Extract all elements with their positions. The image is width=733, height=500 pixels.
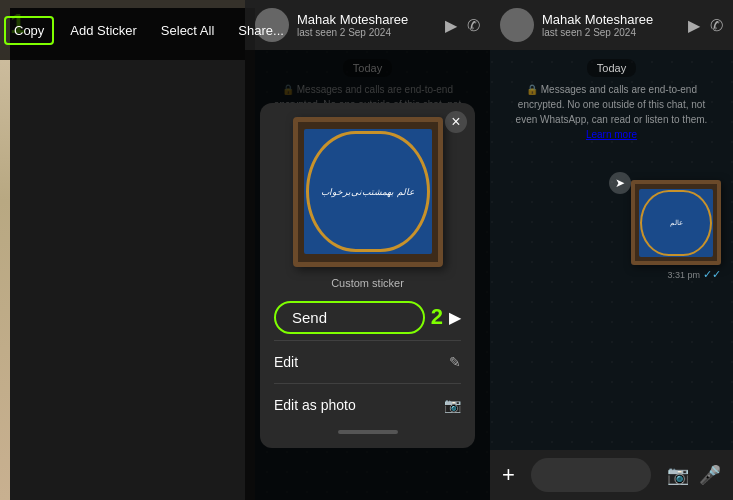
phone-icon-right[interactable]: ✆ [710,16,723,35]
header-icons-middle: ▶ ✆ [445,16,480,35]
forward-icon[interactable]: ➤ [609,172,631,194]
edit-as-photo-label: Edit as photo [274,397,356,413]
sticker-preview-inner: عالم بهمشتب‌نی‌بر‌خواب [304,129,432,254]
today-label-right: Today [490,62,733,74]
photo-icon: 📷 [444,397,461,413]
message-input[interactable] [531,458,651,492]
middle-panel: Mahak Motesharee last seen 2 Sep 2024 ▶ … [245,0,490,500]
divider1 [274,340,461,341]
sticker-preview-text: عالم بهمشتب‌نی‌بر‌خواب [321,187,414,197]
chat-body-right: Today 🔒 Messages and calls are end-to-en… [490,50,733,450]
bottom-action-icons: 📷 🎤 [667,464,721,486]
e2e-notice-right: 🔒 Messages and calls are end-to-end encr… [490,82,733,154]
add-sticker-button[interactable]: Add Sticker [62,18,144,43]
artwork-text-left: عالم بهمشتب‌نی‌بر‌خواب [68,209,176,226]
chat-background-middle: Today 🔒 Messages and calls are end-to-en… [245,50,490,500]
right-panel: Mahak Motesharee last seen 2 Sep 2024 ▶ … [490,0,733,500]
contact-status-middle: last seen 2 Sep 2024 [297,27,437,38]
edit-icon: ✎ [449,354,461,370]
learn-more-link-right[interactable]: Learn more [586,129,637,140]
header-info-right: Mahak Motesharee last seen 2 Sep 2024 [542,12,680,38]
send-arrow-icon[interactable]: ▶ [449,308,461,327]
sent-sticker-container: ➤ عالم 3:31 pm ✓✓ [631,180,721,281]
read-receipts: ✓✓ [703,268,721,281]
modal-close-button[interactable]: × [445,111,467,133]
sticker-label: Custom sticker [274,277,461,289]
artwork-frame-left: عالم بهمشتب‌نی‌بر‌خواب [30,130,215,305]
phone-icon[interactable]: ✆ [467,16,480,35]
contact-name-right: Mahak Motesharee [542,12,680,27]
modal-bottom-bar [338,430,398,434]
sent-sticker-inner: عالم [639,189,713,257]
artwork-inner-left: عالم بهمشتب‌نی‌بر‌خواب [43,144,203,292]
send-button[interactable]: Send [274,301,425,334]
contact-status-right: last seen 2 Sep 2024 [542,27,680,38]
divider2 [274,383,461,384]
header-info-middle: Mahak Motesharee last seen 2 Sep 2024 [297,12,437,38]
sticker-modal: × عالم بهمشتب‌نی‌بر‌خواب Custom sticker … [260,103,475,448]
header-icons-right: ▶ ✆ [688,16,723,35]
sent-timestamp: 3:31 pm ✓✓ [667,268,721,281]
video-call-icon[interactable]: ▶ [445,16,457,35]
chat-header-right: Mahak Motesharee last seen 2 Sep 2024 ▶ … [490,0,733,50]
sent-sticker-text: عالم [670,219,683,227]
edit-as-photo-row[interactable]: Edit as photo 📷 [274,390,461,420]
mic-icon[interactable]: 🎤 [699,464,721,486]
edit-label: Edit [274,354,298,370]
sticker-send-row: Send 2 ▶ [274,301,461,334]
camera-icon[interactable]: 📷 [667,464,689,486]
share-button[interactable]: Share... [230,18,292,43]
edit-option-row[interactable]: Edit ✎ [274,347,461,377]
left-panel: عالم بهمشتب‌نی‌بر‌خواب Copy Add Sticker … [0,0,245,500]
bottom-bar-right: + 📷 🎤 [490,450,733,500]
video-call-icon-right[interactable]: ▶ [688,16,700,35]
left-toolbar: Copy Add Sticker Select All Share... [0,0,245,60]
add-attachment-button[interactable]: + [502,462,515,488]
copy-button[interactable]: Copy [4,16,54,45]
sticker-modal-overlay: × عالم بهمشتب‌نی‌بر‌خواب Custom sticker … [245,50,490,500]
select-all-button[interactable]: Select All [153,18,222,43]
sent-sticker-frame: عالم [631,180,721,265]
sticker-preview: عالم بهمشتب‌نی‌بر‌خواب [293,117,443,267]
avatar-right [500,8,534,42]
sent-sticker-wrapper: ➤ عالم [631,180,721,265]
step2-label: 2 [431,304,443,330]
contact-name-middle: Mahak Motesharee [297,12,437,27]
